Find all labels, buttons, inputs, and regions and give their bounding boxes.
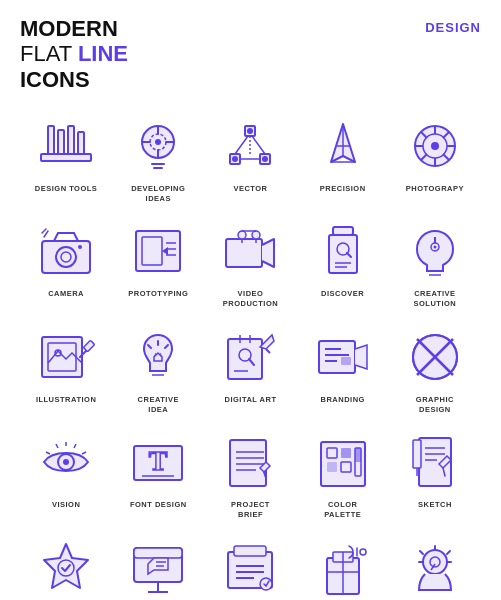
- svg-point-25: [431, 142, 439, 150]
- camera-icon: [30, 215, 102, 287]
- project-brief-label: PROJECTBRIEF: [231, 500, 270, 520]
- svg-rect-75: [341, 357, 351, 365]
- digital-art-icon: [214, 321, 286, 393]
- icon-cell-package-design: PACKAGEDESIGN: [297, 528, 389, 600]
- icon-cell-font-design: T FONT DESIGN: [112, 422, 204, 524]
- graphic-design-icon: [399, 321, 471, 393]
- digital-art-label: DIGITAL ART: [224, 395, 276, 405]
- svg-line-85: [82, 452, 86, 454]
- svg-rect-66: [228, 339, 262, 379]
- copywriting-icon: [214, 532, 286, 600]
- package-design-icon: [307, 532, 379, 600]
- photography-icon: [399, 110, 471, 182]
- icon-cell-premium-quality: PREMIUMQUALITY: [20, 528, 112, 600]
- icon-cell-design-tools: DESIGN TOOLS: [20, 106, 112, 208]
- svg-rect-119: [234, 546, 266, 556]
- illustration-label: ILLUSTRATION: [36, 395, 96, 405]
- icon-cell-digital-art: DIGITAL ART: [204, 317, 296, 419]
- design-tools-icon: [30, 110, 102, 182]
- svg-point-12: [262, 156, 268, 162]
- productivity-icon: [399, 532, 471, 600]
- svg-rect-98: [327, 448, 337, 458]
- icons-grid: DESIGN TOOLS DEVELOPINGIDEAS: [20, 106, 481, 600]
- svg-rect-103: [355, 448, 361, 462]
- svg-point-81: [63, 459, 69, 465]
- icon-cell-graphic-design: GRAPHICDESIGN: [389, 317, 481, 419]
- svg-line-86: [46, 452, 50, 454]
- svg-point-38: [238, 231, 246, 239]
- svg-point-28: [61, 252, 71, 262]
- photography-label: PHOTOGRAPY: [406, 184, 464, 194]
- precision-label: PRECISION: [320, 184, 366, 194]
- vision-icon: [30, 426, 102, 498]
- discover-label: DISCOVER: [321, 289, 364, 299]
- online-consulting-icon: [122, 532, 194, 600]
- icon-cell-developing-ideas: DEVELOPINGIDEAS: [112, 106, 204, 208]
- discover-icon: [307, 215, 379, 287]
- icon-cell-prototyping: PROTOTYPING: [112, 211, 204, 313]
- icon-cell-precision: PRECISION: [297, 106, 389, 208]
- svg-line-30: [44, 231, 48, 237]
- creative-solution-label: CREATIVESOLUTION: [414, 289, 457, 309]
- svg-point-7: [155, 139, 161, 145]
- precision-icon: [307, 110, 379, 182]
- design-tools-label: DESIGN TOOLS: [35, 184, 98, 194]
- developing-ideas-label: DEVELOPINGIDEAS: [131, 184, 185, 204]
- svg-point-129: [423, 550, 447, 574]
- svg-line-132: [420, 551, 423, 554]
- video-production-label: VIDEOPRODUCTION: [223, 289, 278, 309]
- title-block: MODERNFLAT LINEICONS: [20, 16, 128, 92]
- svg-line-83: [56, 444, 58, 448]
- svg-point-29: [78, 245, 82, 249]
- icon-cell-vector: VECTOR: [204, 106, 296, 208]
- icon-cell-photography: PHOTOGRAPY: [389, 106, 481, 208]
- branding-label: BRANDING: [320, 395, 364, 405]
- svg-text:T: T: [149, 445, 168, 476]
- svg-rect-2: [58, 130, 64, 154]
- svg-rect-37: [226, 239, 262, 267]
- icon-cell-creative-solution: CREATIVESOLUTION: [389, 211, 481, 313]
- creative-idea-label: CREATIVEIDEA: [138, 395, 179, 415]
- camera-label: CAMERA: [48, 289, 84, 299]
- svg-line-31: [42, 229, 46, 233]
- svg-point-39: [252, 231, 260, 239]
- category-label: DESIGN: [425, 20, 481, 35]
- svg-rect-100: [327, 462, 337, 472]
- svg-rect-1: [48, 126, 54, 154]
- icon-cell-project-brief: PROJECTBRIEF: [204, 422, 296, 524]
- svg-line-133: [447, 551, 450, 554]
- font-design-icon: T: [122, 426, 194, 498]
- svg-rect-0: [41, 154, 91, 161]
- icon-cell-branding: BRANDING: [297, 317, 389, 419]
- svg-line-70: [266, 349, 270, 353]
- icon-cell-sketch: SKETCH: [389, 422, 481, 524]
- svg-rect-91: [230, 440, 266, 486]
- svg-rect-4: [78, 132, 84, 154]
- branding-icon: [307, 321, 379, 393]
- page: MODERNFLAT LINEICONS DESIGN DESIGN TOOLS: [0, 0, 501, 600]
- svg-point-123: [260, 578, 272, 590]
- video-production-icon: [214, 215, 286, 287]
- header: MODERNFLAT LINEICONS DESIGN: [20, 16, 481, 92]
- svg-rect-99: [341, 448, 351, 458]
- svg-rect-43: [333, 227, 353, 235]
- svg-rect-101: [341, 462, 351, 472]
- illustration-icon: [30, 321, 102, 393]
- color-palette-icon: [307, 426, 379, 498]
- icon-cell-creative-idea: CREATIVEIDEA: [112, 317, 204, 419]
- svg-point-13: [247, 128, 253, 134]
- vision-label: VISION: [52, 500, 80, 510]
- icon-cell-discover: DISCOVER: [297, 211, 389, 313]
- developing-ideas-icon: [122, 110, 194, 182]
- svg-rect-3: [68, 126, 74, 154]
- svg-point-11: [232, 156, 238, 162]
- prototyping-icon: [122, 215, 194, 287]
- icon-cell-video-production: VIDEOPRODUCTION: [204, 211, 296, 313]
- main-title: MODERNFLAT LINEICONS: [20, 16, 128, 92]
- font-design-label: FONT DESIGN: [130, 500, 187, 510]
- color-palette-label: COLORPALETTE: [324, 500, 361, 520]
- icon-cell-vision: VISION: [20, 422, 112, 524]
- sketch-label: SKETCH: [418, 500, 452, 510]
- icon-cell-productivity: PRODUCTIVITY: [389, 528, 481, 600]
- vector-icon: [214, 110, 286, 182]
